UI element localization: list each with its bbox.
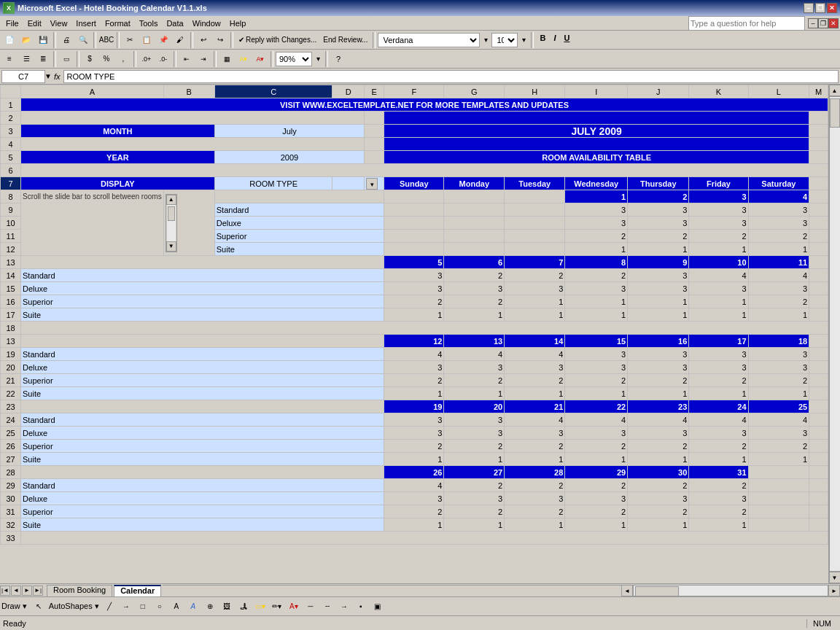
row-num-12[interactable]: 12	[1, 243, 21, 256]
row-num-26[interactable]: 26	[1, 440, 21, 453]
row-num-5[interactable]: 5	[1, 151, 21, 164]
font-color-draw-btn[interactable]: A▾	[286, 599, 302, 615]
select-objects-btn[interactable]: ↖	[31, 599, 47, 615]
row-num-7[interactable]: 7	[1, 177, 21, 190]
slide-up-button[interactable]: ▲	[166, 195, 176, 205]
open-btn[interactable]: 📂	[18, 32, 34, 48]
fill-color-btn[interactable]: A▾	[236, 51, 252, 67]
horizontal-scrollbar[interactable]: ◄ ►	[621, 585, 840, 596]
row-num-4[interactable]: 4	[1, 138, 21, 151]
row-num-2[interactable]: 2	[1, 112, 21, 125]
menu-format[interactable]: Format	[101, 18, 135, 29]
border-btn[interactable]: ▦	[219, 51, 235, 67]
menu-view[interactable]: View	[46, 18, 72, 29]
fill-color-draw-btn[interactable]: ▭▾	[252, 599, 268, 615]
row-num-20[interactable]: 20	[1, 361, 21, 374]
save-btn[interactable]: 💾	[35, 32, 51, 48]
arrow-style-btn[interactable]: →	[336, 599, 352, 615]
textbox-btn[interactable]: A	[168, 599, 184, 615]
tab-next-btn[interactable]: ►	[22, 586, 32, 596]
autoshapes-btn[interactable]: AutoShapes ▾	[49, 602, 99, 611]
sheet-tab-calendar[interactable]: Calendar	[114, 585, 161, 596]
currency-btn[interactable]: $	[82, 51, 98, 67]
row-num-22[interactable]: 22	[1, 387, 21, 400]
vertical-scrollbar[interactable]: ▲ ▼	[828, 85, 840, 583]
app-close-btn[interactable]: ✕	[828, 18, 839, 28]
col-header-F[interactable]: F	[384, 85, 444, 98]
line-style-btn[interactable]: ─	[303, 599, 319, 615]
slide-control[interactable]: ▲ ▼	[166, 194, 177, 252]
undo-btn[interactable]: ↩	[195, 32, 211, 48]
end-review-btn[interactable]: End Review...	[320, 36, 370, 44]
paste-btn[interactable]: 📌	[155, 32, 171, 48]
menu-edit[interactable]: Edit	[23, 18, 46, 29]
col-header-H[interactable]: H	[505, 85, 565, 98]
row-num-16[interactable]: 16	[1, 295, 21, 308]
decrease-dec-btn[interactable]: .0-	[155, 51, 171, 67]
row-num-21[interactable]: 21	[1, 374, 21, 387]
underline-btn[interactable]: U	[560, 33, 573, 47]
bold-btn[interactable]: B	[536, 33, 549, 47]
restore-button[interactable]: ❐	[815, 3, 825, 13]
col-header-C[interactable]: C	[214, 85, 332, 98]
zoom-drop-btn[interactable]: ▾	[313, 51, 323, 67]
align-right-btn[interactable]: ≣	[35, 51, 51, 67]
dropdown-arrow[interactable]: ▾	[366, 178, 378, 190]
increase-indent-btn[interactable]: ⇥	[195, 51, 211, 67]
row-num-28[interactable]: 28	[1, 466, 21, 479]
scroll-up-button[interactable]: ▲	[829, 85, 841, 96]
rectangle-btn[interactable]: □	[135, 599, 151, 615]
scroll-left-button[interactable]: ◄	[621, 585, 633, 596]
font-color-btn[interactable]: A▾	[252, 51, 268, 67]
h-scroll-track[interactable]	[633, 585, 828, 596]
display-value-cell[interactable]: ROOM TYPE	[214, 177, 332, 190]
row-num-23[interactable]: 23	[1, 400, 21, 413]
row-num-29[interactable]: 29	[1, 479, 21, 492]
menu-insert[interactable]: Insert	[71, 18, 101, 29]
shadow-btn[interactable]: ▪	[353, 599, 369, 615]
3d-btn[interactable]: ▣	[370, 599, 386, 615]
close-button[interactable]: ✕	[827, 3, 837, 13]
h-scroll-thumb[interactable]	[635, 586, 679, 596]
row-num-15[interactable]: 15	[1, 282, 21, 295]
decrease-indent-btn[interactable]: ⇤	[179, 51, 195, 67]
menu-file[interactable]: File	[1, 18, 23, 29]
formula-input[interactable]	[63, 70, 839, 83]
menu-window[interactable]: Window	[188, 18, 225, 29]
app-minimize-btn[interactable]: –	[808, 18, 818, 28]
line-btn[interactable]: ╱	[101, 599, 117, 615]
col-header-M[interactable]: M	[809, 85, 828, 98]
slide-thumb[interactable]	[168, 206, 175, 221]
font-drop-btn[interactable]: ▾	[481, 32, 491, 48]
row-num-27[interactable]: 27	[1, 453, 21, 466]
cut-btn[interactable]: ✂	[122, 32, 138, 48]
tab-prev-btn[interactable]: ◄	[11, 586, 21, 596]
sheet-tab-room-booking[interactable]: Room Booking	[47, 585, 112, 596]
row-num-17[interactable]: 17	[1, 308, 21, 322]
row-num-30[interactable]: 30	[1, 492, 21, 505]
row-num-10[interactable]: 10	[1, 217, 21, 230]
size-selector[interactable]: 10	[491, 33, 518, 47]
arrow-btn[interactable]: →	[118, 599, 134, 615]
col-header-G[interactable]: G	[444, 85, 505, 98]
row-num-9[interactable]: 9	[1, 203, 21, 217]
window-controls[interactable]: – ❐ ✕	[804, 3, 837, 13]
italic-btn[interactable]: I	[550, 33, 559, 47]
font-selector[interactable]: Verdana	[378, 33, 480, 47]
new-btn[interactable]: 📄	[1, 32, 18, 48]
slide-down-button[interactable]: ▼	[166, 241, 176, 252]
zoom-selector[interactable]: 90%	[276, 52, 312, 66]
col-header-A[interactable]: A	[21, 85, 164, 98]
clipart-btn[interactable]: 🖼	[219, 599, 235, 615]
row-num-31[interactable]: 31	[1, 505, 21, 518]
help-btn[interactable]: ?	[330, 51, 346, 67]
tab-first-btn[interactable]: |◄	[0, 586, 10, 596]
row-num-14[interactable]: 14	[1, 269, 21, 282]
help-search-input[interactable]	[688, 16, 805, 31]
print-btn[interactable]: 🖨	[58, 32, 74, 48]
row-num-6[interactable]: 6	[1, 164, 21, 177]
col-header-B[interactable]: B	[163, 85, 214, 98]
comma-btn[interactable]: ,	[115, 51, 131, 67]
line-color-btn[interactable]: ✏▾	[269, 599, 285, 615]
image-btn[interactable]: 🏞	[236, 599, 252, 615]
